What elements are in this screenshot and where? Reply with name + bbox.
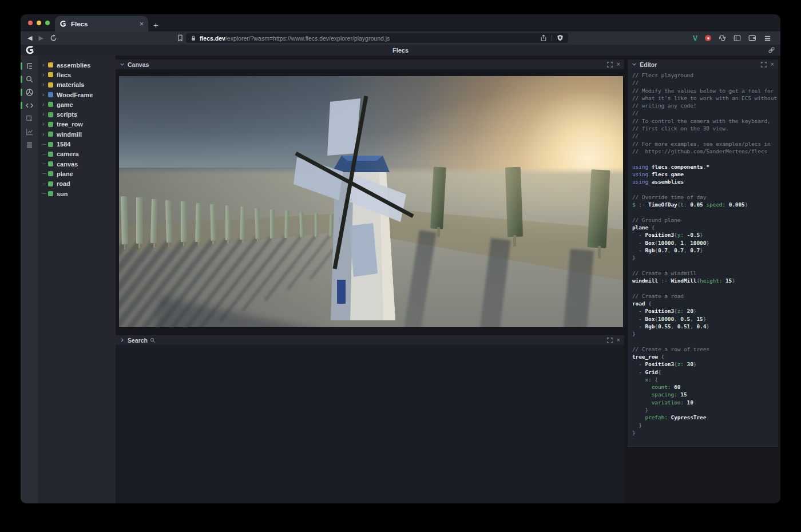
leaf-dash bbox=[42, 173, 46, 174]
close-panel-icon[interactable]: × bbox=[771, 61, 774, 68]
tree-item-WoodFrame[interactable]: ›WoodFrame bbox=[38, 90, 116, 100]
brave-shield-icon[interactable] bbox=[557, 34, 564, 42]
tree-item-windmill[interactable]: ›windmill bbox=[38, 129, 116, 139]
expand-chevron-icon[interactable]: › bbox=[42, 102, 47, 108]
expand-chevron-icon[interactable]: › bbox=[42, 72, 47, 78]
url-host: flecs.dev bbox=[200, 35, 225, 42]
vue-devtools-icon[interactable]: V bbox=[693, 34, 697, 42]
expand-chevron-icon[interactable]: › bbox=[42, 62, 47, 68]
tree-item-sun[interactable]: sun bbox=[38, 189, 116, 198]
bookmark-icon[interactable] bbox=[177, 34, 184, 42]
active-indicator bbox=[21, 62, 22, 70]
app-header: Flecs bbox=[21, 45, 780, 55]
rail-stats-icon[interactable] bbox=[21, 128, 38, 136]
entity-tree-panel: ›assemblies›flecs›materials›WoodFrame›ga… bbox=[38, 55, 116, 503]
browser-tab[interactable]: Flecs × bbox=[55, 16, 148, 31]
expand-chevron-icon[interactable]: › bbox=[42, 82, 47, 88]
tree-item-tree_row[interactable]: ›tree_row bbox=[38, 120, 116, 129]
zoom-window-button[interactable] bbox=[45, 21, 50, 25]
sidebar-toggle-icon[interactable] bbox=[733, 34, 741, 42]
rail-inspect-icon[interactable] bbox=[21, 114, 38, 123]
fullscreen-icon[interactable] bbox=[607, 338, 613, 343]
entity-kind-square bbox=[48, 191, 53, 196]
tree-item-plane[interactable]: plane bbox=[38, 169, 116, 178]
tree-item-road[interactable]: road bbox=[38, 179, 116, 189]
forward-icon[interactable]: ▶ bbox=[38, 34, 43, 42]
new-tab-button[interactable]: + bbox=[153, 21, 158, 29]
chevron-right-icon[interactable] bbox=[120, 338, 125, 343]
code-line bbox=[632, 186, 778, 193]
code-line: // Create a row of trees bbox=[632, 346, 778, 354]
tree-item-assemblies[interactable]: ›assemblies bbox=[38, 60, 116, 70]
fullscreen-icon[interactable] bbox=[761, 62, 767, 68]
tree-item-label: plane bbox=[57, 170, 73, 177]
code-line: using assemblies bbox=[632, 178, 778, 186]
rail-3d-view-icon[interactable] bbox=[21, 88, 38, 97]
code-line: count: 60 bbox=[632, 384, 778, 391]
close-panel-icon[interactable]: × bbox=[617, 61, 620, 68]
search-panel-title: Search bbox=[128, 337, 148, 344]
close-panel-icon[interactable]: × bbox=[617, 337, 620, 343]
canvas-panel-header: Canvas × bbox=[116, 59, 624, 69]
tree-item-canvas[interactable]: canvas bbox=[38, 159, 116, 169]
code-line: - Box{10000, 0.5, 15} bbox=[632, 316, 778, 323]
code-line bbox=[632, 285, 778, 292]
search-panel-content[interactable] bbox=[116, 345, 624, 503]
rail-tree-icon[interactable] bbox=[21, 62, 38, 70]
canvas-panel-title: Canvas bbox=[128, 61, 149, 68]
code-line: - Box{10000, 1, 10000} bbox=[632, 240, 778, 247]
tree-item-camera[interactable]: camera bbox=[38, 149, 116, 159]
puzzle-extensions-icon[interactable] bbox=[719, 34, 726, 42]
expand-chevron-icon[interactable]: › bbox=[42, 132, 47, 137]
entity-kind-square bbox=[48, 92, 53, 97]
windmill bbox=[119, 76, 623, 327]
tree-item-1584[interactable]: 1584 bbox=[38, 139, 116, 149]
tree-item-flecs[interactable]: ›flecs bbox=[38, 70, 116, 80]
code-editor[interactable]: // Flecs playground//// Modify the value… bbox=[628, 69, 778, 447]
tree-item-scripts[interactable]: ›scripts bbox=[38, 109, 116, 119]
rail-queries-icon[interactable] bbox=[21, 141, 38, 149]
canvas-3d-view[interactable] bbox=[119, 76, 623, 327]
code-line: - Position3{z: 30} bbox=[632, 361, 778, 368]
code-line: using flecs.components.* bbox=[632, 164, 778, 171]
entity-kind-square bbox=[48, 142, 53, 147]
code-line: - Rgb{0.7, 0.7, 0.7} bbox=[632, 247, 778, 255]
flecs-logo bbox=[25, 45, 35, 55]
browser-navbar: ◀ ▶ flecs.dev/explorer/?wasm=https://www… bbox=[21, 31, 780, 45]
rail-code-icon[interactable] bbox=[21, 101, 38, 110]
entity-kind-square bbox=[48, 72, 53, 77]
close-window-button[interactable] bbox=[28, 21, 33, 25]
link-icon[interactable] bbox=[768, 46, 775, 54]
rail-search-icon[interactable] bbox=[21, 75, 38, 84]
entity-kind-square bbox=[48, 82, 53, 88]
chevron-down-icon[interactable] bbox=[632, 62, 637, 67]
share-icon[interactable] bbox=[540, 34, 547, 42]
explorer-content: ›assemblies›flecs›materials›WoodFrame›ga… bbox=[21, 55, 780, 503]
code-line: // first click on the 3D view. bbox=[632, 125, 778, 133]
code-line: // Create a road bbox=[632, 293, 778, 300]
search-panel-header: Search × bbox=[116, 335, 624, 345]
url-bar[interactable]: flecs.dev/explorer/?wasm=https://www.fle… bbox=[186, 33, 568, 43]
expand-chevron-icon[interactable]: › bbox=[42, 121, 47, 127]
minimize-window-button[interactable] bbox=[37, 21, 41, 25]
fullscreen-icon[interactable] bbox=[607, 62, 613, 68]
entity-tree-list: ›assemblies›flecs›materials›WoodFrame›ga… bbox=[38, 60, 116, 198]
code-line: using flecs.game bbox=[632, 171, 778, 178]
active-indicator bbox=[21, 89, 22, 96]
tree-item-label: WoodFrame bbox=[57, 92, 93, 98]
reload-icon[interactable] bbox=[50, 34, 57, 42]
tree-item-game[interactable]: ›game bbox=[38, 100, 116, 109]
wallet-icon[interactable] bbox=[748, 34, 756, 42]
chevron-down-icon[interactable] bbox=[120, 62, 125, 67]
editor-panel-header: Editor × bbox=[628, 59, 778, 69]
tree-item-materials[interactable]: ›materials bbox=[38, 80, 116, 90]
menu-icon[interactable] bbox=[764, 35, 771, 42]
expand-chevron-icon[interactable]: › bbox=[42, 92, 47, 98]
expand-chevron-icon[interactable]: › bbox=[42, 112, 47, 117]
back-icon[interactable]: ◀ bbox=[27, 34, 32, 42]
tab-close-icon[interactable]: × bbox=[140, 20, 144, 28]
red-extension-icon[interactable] bbox=[705, 35, 711, 41]
leaf-dash bbox=[42, 193, 46, 194]
code-line: - Position3{y: -0.5} bbox=[632, 232, 778, 239]
tree-item-label: canvas bbox=[57, 161, 78, 168]
